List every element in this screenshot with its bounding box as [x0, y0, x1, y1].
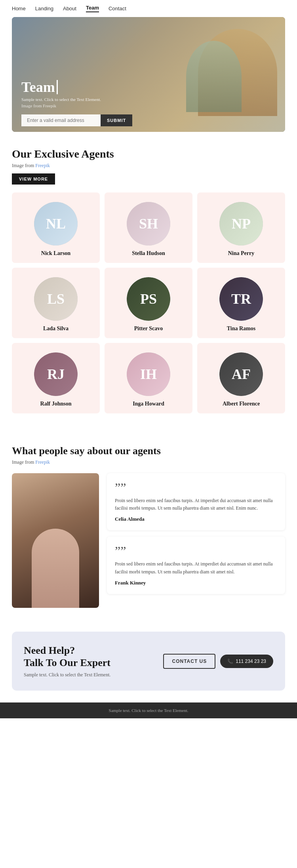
avatar-placeholder: RJ — [34, 352, 78, 396]
need-help-text: Need Help? Talk To Our Expert Sample tex… — [24, 644, 110, 678]
agents-section: Our Exclusive Agents Image from Freepik … — [0, 148, 297, 429]
testimonials-title: What people say about our agents — [12, 445, 285, 457]
agent-avatar: PS — [127, 277, 170, 321]
agents-title: Our Exclusive Agents — [12, 148, 285, 160]
quote-mark: ”” — [115, 481, 277, 494]
testimonials-person-shape — [32, 529, 79, 608]
agent-avatar: RJ — [34, 352, 78, 396]
need-help-actions: CONTACT US 📞 111 234 23 23 — [163, 654, 273, 669]
agent-name: Lada Silva — [43, 326, 69, 332]
agent-avatar: AF — [219, 352, 263, 396]
avatar-placeholder: NL — [34, 202, 78, 246]
agent-avatar: SH — [127, 202, 170, 246]
agent-name: Inga Howard — [133, 401, 164, 407]
contact-us-button[interactable]: CONTACT US — [163, 654, 215, 669]
view-more-button[interactable]: VIEW MORE — [12, 173, 55, 185]
testimonial-text: Proin sed libero enim sed faucibus turpi… — [115, 497, 277, 512]
agents-image-source: Image from Freepik — [12, 163, 285, 169]
need-help-section: Need Help? Talk To Our Expert Sample tex… — [12, 632, 285, 691]
footer-text: Sample text. Click to select the Text El… — [109, 708, 188, 713]
avatar-placeholder: AF — [219, 352, 263, 396]
agent-avatar: LS — [34, 277, 78, 321]
nav-home[interactable]: Home — [12, 6, 26, 11]
need-help-subtitle: Sample text. Click to select the Text El… — [24, 672, 110, 678]
agent-card: RJ Ralf Johnson — [12, 343, 100, 413]
testimonials-freepik-link[interactable]: Freepik — [35, 459, 50, 465]
avatar-placeholder: PS — [127, 277, 170, 321]
agent-name: Nick Larson — [41, 250, 70, 257]
footer: Sample text. Click to select the Text El… — [0, 702, 297, 718]
quote-mark: ”” — [115, 544, 277, 557]
nav-about[interactable]: About — [63, 6, 76, 11]
phone-icon: 📞 — [227, 659, 233, 664]
agents-freepik-link[interactable]: Freepik — [35, 163, 50, 168]
agent-card: TR Tina Ramos — [197, 268, 285, 338]
agent-name: Tina Ramos — [227, 326, 255, 332]
testimonial-author: Celia Almeda — [115, 516, 277, 522]
hero-content: Team Sample text. Click to select the Te… — [21, 79, 101, 108]
agent-card: NL Nick Larson — [12, 192, 100, 263]
avatar-placeholder: LS — [34, 277, 78, 321]
agent-name: Pitter Scavo — [134, 326, 163, 332]
agent-avatar: TR — [219, 277, 263, 321]
avatar-placeholder: IH — [127, 352, 170, 396]
testimonial-author: Frank Kinney — [115, 580, 277, 586]
testimonial-card: ”” Proin sed libero enim sed faucibus tu… — [107, 473, 285, 530]
testimonials-cards: ”” Proin sed libero enim sed faucibus tu… — [107, 473, 285, 608]
hero-section: Team Sample text. Click to select the Te… — [12, 17, 285, 132]
avatar-placeholder: NP — [219, 202, 263, 246]
agent-name: Nina Perry — [228, 250, 254, 257]
testimonials-section: What people say about our agents Image f… — [0, 429, 297, 624]
testimonial-card: ”” Proin sed libero enim sed faucibus tu… — [107, 537, 285, 594]
hero-subtitle: Sample text. Click to select the Text El… — [21, 97, 101, 102]
agent-avatar: NP — [219, 202, 263, 246]
phone-number: 111 234 23 23 — [236, 659, 266, 664]
avatar-placeholder: SH — [127, 202, 170, 246]
testimonials-inner: ”” Proin sed libero enim sed faucibus tu… — [12, 473, 285, 608]
phone-button[interactable]: 📞 111 234 23 23 — [220, 655, 273, 668]
navigation: Home Landing About Team Contact — [0, 0, 297, 17]
agent-card: LS Lada Silva — [12, 268, 100, 338]
nav-contact[interactable]: Contact — [109, 6, 126, 11]
need-help-title: Need Help? Talk To Our Expert — [24, 644, 110, 669]
testimonials-image-source: Image from Freepik — [12, 459, 285, 465]
agent-name: Stella Hudson — [132, 250, 165, 257]
agent-name: Ralf Johnson — [40, 401, 72, 407]
hero-person-2 — [186, 41, 242, 112]
agent-name: Albert Florence — [223, 401, 260, 407]
agent-card: NP Nina Perry — [197, 192, 285, 263]
hero-email-input[interactable] — [21, 114, 101, 126]
agent-card: AF Albert Florence — [197, 343, 285, 413]
avatar-placeholder: TR — [219, 277, 263, 321]
nav-landing[interactable]: Landing — [35, 6, 53, 11]
testimonial-text: Proin sed libero enim sed faucibus turpi… — [115, 560, 277, 575]
hero-title: Team — [21, 79, 101, 95]
nav-team[interactable]: Team — [86, 5, 99, 12]
agent-card: SH Stella Hudson — [105, 192, 192, 263]
agent-avatar: NL — [34, 202, 78, 246]
agents-grid: NL Nick Larson SH Stella Hudson NP Nina … — [12, 192, 285, 413]
agent-avatar: IH — [127, 352, 170, 396]
agent-card: IH Inga Howard — [105, 343, 192, 413]
testimonials-photo — [12, 473, 99, 608]
hero-form: SUBMIT — [21, 114, 132, 126]
hero-image-source: Image from Freepik — [21, 103, 101, 108]
hero-submit-button[interactable]: SUBMIT — [101, 114, 132, 126]
agent-card: PS Pitter Scavo — [105, 268, 192, 338]
